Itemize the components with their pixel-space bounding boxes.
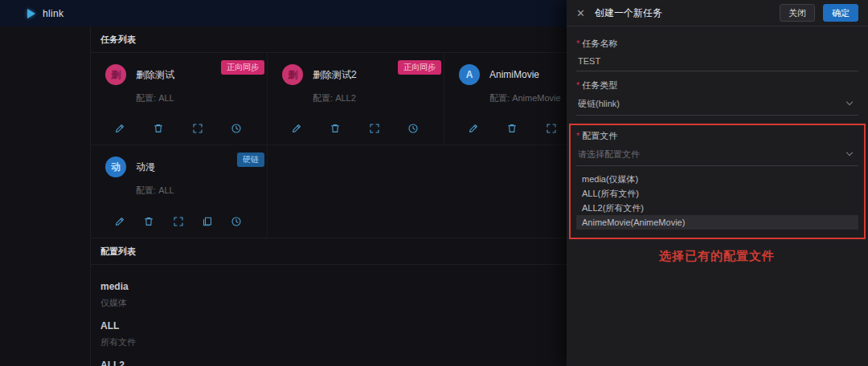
avatar: 删 (282, 64, 303, 85)
task-card: 删 删除测试2 配置: ALL2 正向同步 (268, 53, 444, 145)
clock-icon (231, 216, 242, 227)
expand-button[interactable] (368, 122, 381, 135)
avatar: 动 (105, 157, 126, 177)
annotation-text: 选择已有的配置文件 (659, 249, 868, 264)
required-marker: * (576, 131, 579, 140)
expand-button[interactable] (172, 215, 185, 228)
status-badge: 正向同步 (221, 60, 264, 75)
close-icon[interactable]: ✕ (576, 8, 585, 18)
expand-icon (369, 123, 380, 134)
schedule-button[interactable] (407, 122, 420, 135)
play-logo-icon (27, 9, 35, 18)
config-option[interactable]: ALL(所有文件) (576, 186, 858, 201)
schedule-button[interactable] (230, 215, 243, 228)
chevron-down-icon (846, 99, 853, 105)
edit-icon (114, 123, 125, 134)
delete-button[interactable] (506, 122, 518, 135)
edit-icon (468, 123, 479, 134)
required-marker: * (576, 39, 579, 48)
config-option[interactable]: ALL2(所有文件) (576, 201, 858, 215)
expand-icon (173, 216, 184, 227)
trash-icon (330, 123, 341, 134)
task-card: 动 动漫 配置: ALL 硬链 (91, 145, 268, 238)
task-type-select[interactable]: 硬链(hlink) (576, 92, 858, 116)
config-option-selected[interactable]: AnimeMovie(AnimeMovie) (576, 215, 858, 230)
expand-icon (192, 123, 203, 134)
edit-button[interactable] (113, 215, 126, 228)
task-config: 配置: ALL2 (313, 92, 444, 104)
status-badge: 正向同步 (398, 60, 441, 75)
copy-button[interactable] (201, 215, 214, 228)
edit-icon (114, 216, 125, 227)
task-title: 删除测试2 (313, 68, 357, 82)
edit-button[interactable] (113, 122, 126, 135)
copy-icon (202, 216, 213, 227)
app-name: hlink (43, 8, 63, 19)
trash-icon (143, 216, 154, 227)
task-config: 配置: ALL (136, 92, 267, 104)
avatar: 删 (105, 64, 126, 85)
config-file-select[interactable]: 请选择配置文件 (576, 142, 858, 166)
schedule-button[interactable] (230, 122, 243, 135)
expand-button[interactable] (191, 122, 204, 135)
task-title: AnimiMovie (489, 69, 539, 80)
config-file-label: *配置文件 (576, 130, 858, 142)
task-name-input[interactable] (576, 50, 858, 71)
confirm-button[interactable]: 确定 (823, 4, 858, 22)
task-name-label: *任务名称 (576, 38, 858, 50)
delete-button[interactable] (329, 122, 342, 135)
task-title: 动漫 (136, 161, 155, 174)
task-title: 删除测试 (136, 68, 174, 82)
close-button[interactable]: 关闭 (780, 4, 815, 22)
expand-button[interactable] (545, 122, 558, 135)
drawer-header: ✕ 创建一个新任务 关闭 确定 (567, 0, 868, 26)
create-task-drawer: ✕ 创建一个新任务 关闭 确定 *任务名称 *任务类型 硬链(hlink) (567, 0, 868, 366)
delete-button[interactable] (152, 122, 165, 135)
task-config: 配置: ALL (136, 185, 267, 197)
trash-icon (506, 123, 518, 134)
clock-icon (407, 123, 419, 134)
status-badge: 硬链 (237, 152, 264, 167)
edit-button[interactable] (467, 122, 480, 135)
config-file-options: media(仅媒体) ALL(所有文件) ALL2(所有文件) AnimeMov… (576, 172, 858, 230)
delete-button[interactable] (142, 215, 155, 228)
task-type-label: *任务类型 (576, 79, 858, 92)
required-marker: * (576, 80, 579, 90)
avatar: A (459, 64, 480, 85)
drawer-title: 创建一个新任务 (595, 6, 780, 20)
chevron-down-icon (846, 149, 853, 156)
task-card: 删 删除测试 配置: ALL 正向同步 (91, 53, 268, 145)
clock-icon (231, 123, 242, 134)
config-option[interactable]: media(仅媒体) (576, 172, 858, 186)
expand-icon (546, 123, 557, 134)
trash-icon (153, 123, 164, 134)
edit-icon (291, 123, 302, 134)
edit-button[interactable] (290, 122, 303, 135)
annotation-highlight-box: *配置文件 请选择配置文件 media(仅媒体) ALL(所有文件) ALL2(… (569, 124, 866, 239)
